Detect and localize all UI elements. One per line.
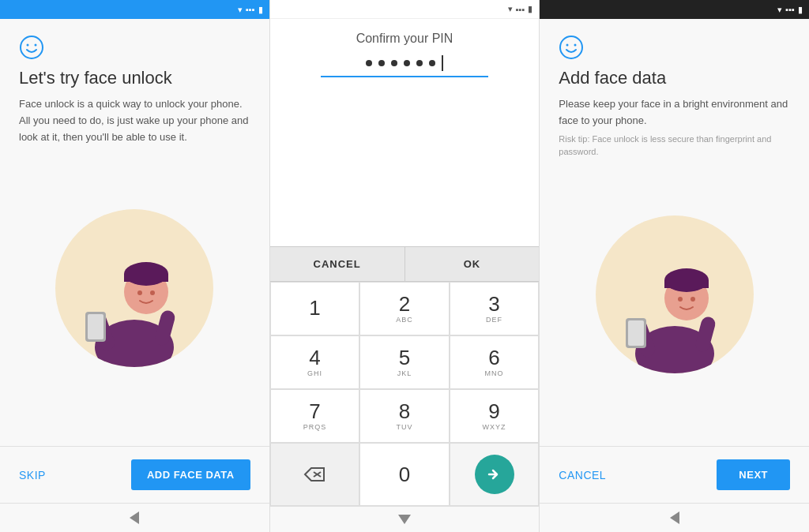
signal-icon-mid: ▪▪▪ bbox=[516, 5, 525, 14]
cancel-button[interactable]: CANCEL bbox=[559, 469, 606, 481]
key-4[interactable]: 4 GHI bbox=[270, 335, 360, 389]
backspace-icon bbox=[303, 466, 325, 482]
status-icons-right: ▾ ▪▪▪ ▮ bbox=[777, 5, 803, 15]
enter-arrow-icon bbox=[485, 465, 504, 484]
status-bar-left: ▾ ▪▪▪ ▮ bbox=[0, 0, 269, 19]
svg-rect-25 bbox=[664, 280, 709, 288]
face-unlock-illustration bbox=[55, 209, 213, 367]
svg-rect-22 bbox=[628, 320, 644, 346]
svg-point-26 bbox=[678, 297, 683, 302]
key-0[interactable]: 0 bbox=[359, 443, 450, 506]
keypad-grid: 1 2 ABC 3 DEF 4 GHI 5 JKL 6 MNO bbox=[270, 282, 540, 506]
svg-rect-6 bbox=[88, 314, 103, 339]
nav-bar-middle bbox=[270, 506, 540, 532]
person-svg bbox=[71, 225, 198, 367]
pin-cursor bbox=[442, 55, 443, 71]
add-face-button[interactable]: ADD FACE DATA bbox=[131, 459, 250, 490]
right-panel-content: Add face data Please keep your face in a… bbox=[540, 19, 809, 446]
key-3[interactable]: 3 DEF bbox=[450, 282, 540, 335]
right-illustration bbox=[559, 159, 790, 430]
signal-icon-right: ▪▪▪ bbox=[785, 5, 795, 14]
keypad-actions: CANCEL OK bbox=[270, 246, 540, 282]
left-description: Face unlock is a quick way to unlock you… bbox=[19, 96, 250, 145]
pin-dot-2 bbox=[378, 60, 385, 66]
nav-bar-left bbox=[0, 503, 269, 532]
smiley-icon-right bbox=[559, 35, 584, 60]
key-9[interactable]: 9 WXYZ bbox=[450, 389, 540, 443]
right-description: Please keep your face in a bright enviro… bbox=[559, 96, 790, 129]
status-icons-middle: ▾ ▪▪▪ ▮ bbox=[508, 4, 533, 14]
pin-title: Confirm your PIN bbox=[289, 32, 521, 46]
key-5[interactable]: 5 JKL bbox=[359, 335, 450, 389]
svg-point-17 bbox=[566, 44, 569, 47]
left-illustration bbox=[19, 145, 250, 430]
left-panel-content: Let's try face unlock Face unlock is a q… bbox=[0, 19, 269, 446]
pin-header: Confirm your PIN bbox=[270, 19, 540, 84]
pin-dot-6 bbox=[429, 60, 435, 66]
ok-key-button[interactable]: OK bbox=[405, 247, 540, 281]
svg-point-1 bbox=[27, 44, 29, 47]
wifi-icon: ▾ bbox=[238, 5, 243, 15]
key-enter[interactable] bbox=[450, 443, 540, 506]
right-title: Add face data bbox=[559, 68, 790, 88]
key-2[interactable]: 2 ABC bbox=[359, 282, 450, 335]
svg-point-2 bbox=[35, 44, 37, 47]
status-icons-left: ▾ ▪▪▪ ▮ bbox=[238, 5, 263, 15]
pin-dot-3 bbox=[391, 60, 397, 66]
risk-tip: Risk tip: Face unlock is less secure tha… bbox=[559, 133, 790, 159]
back-icon[interactable] bbox=[130, 511, 139, 524]
battery-icon-right: ▮ bbox=[798, 5, 803, 15]
svg-point-11 bbox=[150, 290, 155, 295]
svg-point-0 bbox=[21, 36, 43, 58]
left-title: Let's try face unlock bbox=[19, 68, 250, 88]
svg-point-10 bbox=[137, 290, 142, 295]
nav-down-icon[interactable] bbox=[398, 515, 411, 524]
svg-point-27 bbox=[690, 297, 695, 302]
svg-marker-13 bbox=[305, 468, 324, 481]
wifi-icon-mid: ▾ bbox=[508, 4, 513, 14]
wifi-icon-right: ▾ bbox=[777, 5, 782, 15]
signal-icon: ▪▪▪ bbox=[246, 5, 255, 14]
key-8[interactable]: 8 TUV bbox=[359, 389, 450, 443]
status-bar-right: ▾ ▪▪▪ ▮ bbox=[540, 0, 809, 19]
key-7[interactable]: 7 PRQS bbox=[270, 389, 360, 443]
cancel-key-button[interactable]: CANCEL bbox=[270, 247, 405, 281]
back-icon-right[interactable] bbox=[670, 511, 679, 524]
panel-middle: ▾ ▪▪▪ ▮ Confirm your PIN CANCEL OK 1 bbox=[270, 0, 540, 532]
next-button[interactable]: NEXT bbox=[717, 459, 790, 490]
pin-dot-4 bbox=[404, 60, 410, 66]
key-1[interactable]: 1 bbox=[270, 282, 360, 335]
right-bottom-bar: CANCEL NEXT bbox=[540, 446, 809, 503]
skip-button[interactable]: Skip bbox=[19, 469, 46, 481]
pin-input[interactable] bbox=[321, 55, 489, 77]
panel-left: ▾ ▪▪▪ ▮ Let's try face unlock Face unloc… bbox=[0, 0, 270, 532]
person-svg-right bbox=[611, 231, 738, 373]
battery-icon-mid: ▮ bbox=[528, 4, 532, 14]
panel-right: ▾ ▪▪▪ ▮ Add face data Please keep your f… bbox=[540, 0, 809, 532]
face-data-illustration bbox=[596, 215, 754, 373]
battery-icon: ▮ bbox=[258, 5, 263, 15]
left-bottom-bar: Skip ADD FACE DATA bbox=[0, 446, 269, 503]
key-6[interactable]: 6 MNO bbox=[450, 335, 540, 389]
keypad-container: CANCEL OK 1 2 ABC 3 DEF 4 GHI 5 bbox=[270, 84, 540, 506]
status-bar-middle: ▾ ▪▪▪ ▮ bbox=[270, 0, 540, 19]
svg-point-18 bbox=[574, 44, 577, 47]
svg-rect-9 bbox=[124, 274, 168, 282]
svg-point-16 bbox=[560, 36, 582, 58]
smiley-icon bbox=[19, 35, 44, 60]
key-backspace[interactable] bbox=[270, 443, 360, 506]
enter-button[interactable] bbox=[475, 455, 514, 494]
pin-dot-1 bbox=[366, 60, 372, 66]
nav-bar-right bbox=[540, 503, 809, 532]
pin-dot-5 bbox=[416, 60, 423, 66]
